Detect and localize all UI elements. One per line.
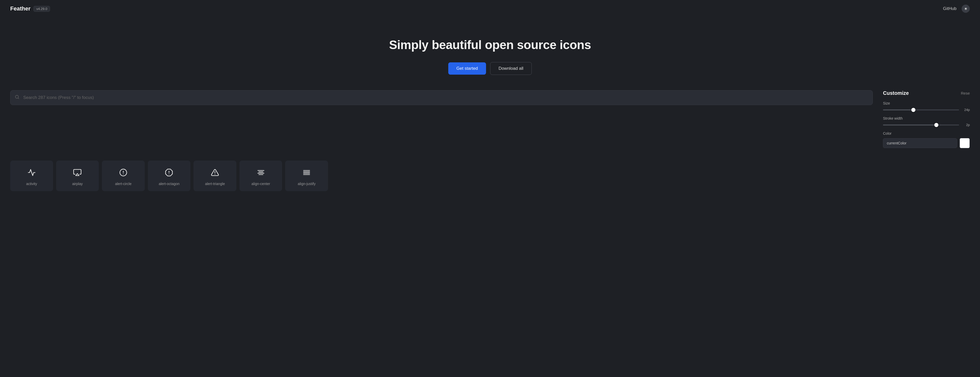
navbar-left: Feather v4.29.0	[10, 5, 50, 12]
icon-label-alert-triangle: alert-triangle	[205, 182, 225, 186]
stroke-slider[interactable]	[883, 125, 959, 126]
navbar: Feather v4.29.0 GitHub ☀	[0, 0, 980, 18]
icon-card-alert-triangle[interactable]: alert-triangle	[194, 161, 236, 191]
hero-section: Simply beautiful open source icons Get s…	[0, 18, 980, 90]
align-justify-icon	[302, 168, 311, 177]
icon-card-alert-octagon[interactable]: alert-octagon	[148, 161, 191, 191]
search-container	[10, 90, 873, 105]
stroke-value: 2p	[962, 123, 970, 127]
brand-name: Feather	[10, 5, 30, 12]
stroke-slider-row: 2p	[883, 123, 970, 127]
download-all-button[interactable]: Download all	[490, 62, 532, 75]
icon-card-alert-circle[interactable]: alert-circle	[102, 161, 145, 191]
github-link[interactable]: GitHub	[943, 6, 956, 11]
hero-buttons: Get started Download all	[5, 62, 975, 75]
stroke-label: Stroke width	[883, 116, 970, 120]
icon-label-align-justify: align-justify	[298, 182, 315, 186]
icon-label-alert-octagon: alert-octagon	[159, 182, 180, 186]
stroke-control: Stroke width 2p	[883, 116, 970, 127]
main-content: Customize Rese Size 24p Stroke width	[0, 90, 980, 191]
icon-card-align-justify[interactable]: align-justify	[285, 161, 328, 191]
alert-octagon-icon	[165, 168, 173, 177]
customize-title: Customize	[883, 90, 909, 96]
icon-label-alert-circle: alert-circle	[115, 182, 132, 186]
icon-label-activity: activity	[26, 182, 37, 186]
get-started-button[interactable]: Get started	[448, 62, 486, 75]
customize-panel: Customize Rese Size 24p Stroke width	[883, 90, 970, 153]
theme-toggle-button[interactable]: ☀	[962, 5, 970, 13]
size-slider[interactable]	[883, 109, 959, 110]
sun-icon: ☀	[964, 6, 967, 11]
color-label: Color	[883, 131, 970, 136]
alert-triangle-icon	[211, 168, 219, 177]
airplay-icon	[73, 168, 81, 177]
color-control: Color currentColor	[883, 131, 970, 148]
icons-grid: activity airplay alert-circle	[10, 161, 970, 191]
size-control: Size 24p	[883, 101, 970, 112]
size-slider-row: 24p	[883, 108, 970, 112]
search-input[interactable]	[10, 90, 873, 105]
version-badge: v4.29.0	[33, 6, 50, 12]
color-swatch[interactable]	[959, 138, 970, 148]
svg-marker-2	[76, 174, 79, 176]
color-input[interactable]: currentColor	[883, 138, 957, 148]
search-customize-row: Customize Rese Size 24p Stroke width	[10, 90, 970, 153]
alert-circle-icon	[119, 168, 127, 177]
stroke-slider-thumb[interactable]	[934, 123, 939, 127]
color-row: currentColor	[883, 138, 970, 148]
reset-link[interactable]: Rese	[961, 91, 970, 95]
size-label: Size	[883, 101, 970, 105]
activity-icon	[27, 168, 36, 177]
size-value: 24p	[962, 108, 970, 112]
align-center-icon	[257, 168, 265, 177]
icon-card-airplay[interactable]: airplay	[56, 161, 99, 191]
icon-label-align-center: align-center	[251, 182, 270, 186]
size-slider-fill	[883, 109, 913, 110]
hero-title: Simply beautiful open source icons	[5, 38, 975, 52]
customize-header: Customize Rese	[883, 90, 970, 96]
icon-card-align-center[interactable]: align-center	[239, 161, 282, 191]
navbar-right: GitHub ☀	[943, 5, 970, 13]
stroke-slider-fill	[883, 125, 936, 126]
icon-label-airplay: airplay	[72, 182, 83, 186]
size-slider-thumb[interactable]	[911, 108, 915, 112]
icon-card-activity[interactable]: activity	[10, 161, 53, 191]
